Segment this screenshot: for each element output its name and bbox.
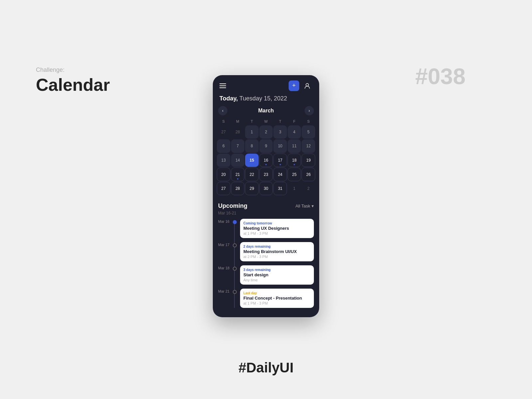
cal-cell[interactable]: 13 (217, 154, 230, 167)
cal-cell[interactable]: 5 (302, 125, 315, 139)
timeline-item: Mar 17 2 days remaining Meeting Brainsto… (218, 242, 314, 261)
cal-cell[interactable]: 24 (273, 168, 287, 181)
cal-cell[interactable]: 31 (273, 182, 287, 196)
cal-cell[interactable]: 3 (273, 125, 287, 139)
upcoming-section: Upcoming All Task ▾ Mar 16-21 Mar 16 Com… (213, 199, 319, 308)
event-card[interactable]: Coming tomorrow Meeting UX Designers at … (240, 219, 314, 238)
cal-cell[interactable]: 2 (259, 125, 273, 139)
cal-cell[interactable]: 8 (245, 139, 259, 153)
prev-month-button[interactable]: ‹ (218, 106, 227, 115)
cal-cell[interactable]: 28 (231, 182, 245, 196)
header-right: + (289, 80, 313, 91)
calendar-nav: ‹ March › (213, 106, 319, 118)
day-label-w: W (259, 118, 273, 125)
event-tag: 3 days remaining (243, 268, 311, 272)
cal-cell[interactable]: 6 (217, 139, 230, 153)
timeline-dot (233, 220, 237, 224)
cal-cell[interactable]: 16 (259, 154, 273, 167)
cal-cell[interactable]: 28 (231, 125, 245, 139)
cal-cell[interactable]: 21 (231, 168, 245, 181)
event-time: at 2 PM - 3 PM (243, 255, 311, 259)
chevron-down-icon: ▾ (312, 203, 314, 208)
week-row-2: 6 7 8 9 10 11 12 (217, 139, 315, 153)
event-time: at 1 PM - 3 PM (243, 301, 311, 305)
cal-cell[interactable]: 27 (217, 182, 230, 196)
day-label-s1: S (217, 118, 230, 125)
bottom-label: #DailyUI (238, 360, 294, 376)
timeline-dot (233, 290, 237, 294)
phone-mockup: + Today, Tuesday 15, 2022 ‹ March › S M … (213, 75, 319, 318)
cal-cell[interactable]: 26 (302, 168, 315, 181)
event-card[interactable]: 2 days remaining Meeting Brainstorm UI/U… (240, 242, 314, 261)
event-title: Meeting UX Designers (243, 226, 311, 231)
day-label-t1: T (245, 118, 259, 125)
event-tag: Coming tomorrow (243, 221, 311, 225)
timeline-item: Mar 18 3 days remaining Start design Any… (218, 265, 314, 285)
cal-cell[interactable]: 18 (288, 154, 301, 167)
upcoming-header: Upcoming All Task ▾ (218, 202, 314, 209)
day-label-m: M (231, 118, 245, 125)
svg-point-0 (306, 83, 309, 86)
next-month-button[interactable]: › (305, 106, 314, 115)
cal-cell[interactable]: 1 (288, 182, 301, 196)
user-button[interactable] (302, 80, 313, 91)
user-icon (304, 82, 311, 89)
plus-icon: + (292, 82, 296, 89)
cal-cell[interactable]: 23 (259, 168, 273, 181)
week-row-5: 27 28 29 30 31 1 2 (217, 182, 315, 196)
week-row-4: 20 21 22 23 24 25 26 (217, 168, 315, 181)
cal-cell[interactable]: 2 (302, 182, 315, 196)
event-date: Mar 16 (218, 219, 233, 223)
event-title: Final Concept - Presentation (243, 296, 311, 301)
event-title: Meeting Brainstorm UI/UX (243, 249, 311, 254)
day-label-t2: T (273, 118, 287, 125)
menu-icon[interactable] (219, 83, 226, 88)
cal-cell[interactable]: 20 (217, 168, 230, 181)
event-date: Mar 21 (218, 289, 233, 293)
add-button[interactable]: + (289, 80, 299, 91)
cal-cell[interactable]: 12 (302, 139, 315, 153)
cal-cell[interactable]: 27 (217, 125, 230, 139)
timeline-dot (233, 267, 237, 271)
cal-cell[interactable]: 14 (231, 154, 245, 167)
cal-cell[interactable]: 4 (288, 125, 301, 139)
challenge-label: Challenge: Calendar (36, 66, 110, 95)
event-card[interactable]: 3 days remaining Start design Any time (240, 265, 314, 285)
calendar-grid: S M T W T F S 27 28 1 2 3 4 5 6 7 8 9 10… (213, 118, 319, 199)
week-row-3: 13 14 15 16 17 18 19 (217, 154, 315, 167)
timeline-item: Mar 16 Coming tomorrow Meeting UX Design… (218, 219, 314, 238)
event-card[interactable]: Last day Final Concept - Presentation at… (240, 289, 314, 308)
cal-cell[interactable]: 7 (231, 139, 245, 153)
day-label-f: F (288, 118, 301, 125)
cal-cell[interactable]: 11 (288, 139, 301, 153)
event-tag: 2 days remaining (243, 245, 311, 248)
date-range: Mar 16-21 (218, 211, 314, 215)
cal-cell[interactable]: 17 (273, 154, 287, 167)
cal-cell-today[interactable]: 15 (245, 154, 259, 167)
cal-cell[interactable]: 1 (245, 125, 259, 139)
cal-cell[interactable]: 19 (302, 154, 315, 167)
event-tag: Last day (243, 291, 311, 295)
timeline: Mar 16 Coming tomorrow Meeting UX Design… (218, 219, 314, 308)
cal-cell[interactable]: 25 (288, 168, 301, 181)
cal-cell[interactable]: 30 (259, 182, 273, 196)
month-name: March (258, 108, 274, 114)
cal-cell[interactable]: 29 (245, 182, 259, 196)
event-title: Start design (243, 272, 311, 277)
cal-cell[interactable]: 22 (245, 168, 259, 181)
challenge-number: #038 (415, 63, 466, 89)
all-task-label: All Task (295, 203, 310, 208)
today-date: Tuesday 15, 2022 (238, 95, 287, 102)
upcoming-title: Upcoming (218, 202, 247, 209)
all-task-button[interactable]: All Task ▾ (295, 203, 314, 208)
today-title: Today, Tuesday 15, 2022 (213, 94, 319, 106)
day-labels-row: S M T W T F S (217, 118, 315, 125)
event-time: Any time (243, 278, 311, 282)
event-date: Mar 18 (218, 265, 233, 270)
day-label-s2: S (302, 118, 315, 125)
cal-cell[interactable]: 10 (273, 139, 287, 153)
timeline-item: Mar 21 Last day Final Concept - Presenta… (218, 289, 314, 308)
today-label: Today, (219, 95, 238, 102)
phone-header: + (213, 75, 319, 94)
cal-cell[interactable]: 9 (259, 139, 273, 153)
